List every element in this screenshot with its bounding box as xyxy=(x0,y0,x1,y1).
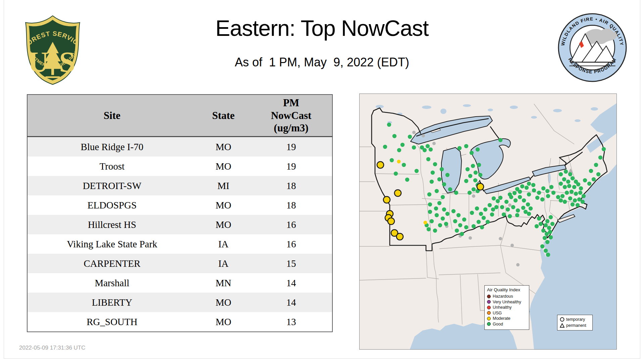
table-row: CARPENTERIA15 xyxy=(27,254,332,273)
aqi-legend-label: Very Unhealthy xyxy=(493,300,521,304)
good-marker xyxy=(428,210,432,214)
no-data-marker xyxy=(508,203,512,207)
good-marker xyxy=(511,205,515,209)
table-row: RG_SOUTHMO13 xyxy=(27,312,332,332)
col-header-site: Site xyxy=(27,95,197,137)
good-marker xyxy=(506,207,510,212)
good-marker xyxy=(508,214,512,218)
state-cell: MO xyxy=(197,293,250,312)
good-marker xyxy=(435,213,439,217)
good-marker xyxy=(550,222,554,226)
good-marker xyxy=(394,172,398,176)
temporary-row: temporary xyxy=(560,316,591,322)
table-row: DETROIT-SWMI18 xyxy=(27,176,332,195)
site-cell: Marshall xyxy=(27,273,197,293)
aqi-color-swatch xyxy=(487,322,491,326)
pm-value-cell: 14 xyxy=(250,273,332,293)
site-cell: Hillcrest HS xyxy=(27,215,197,234)
good-marker xyxy=(587,182,591,186)
no-data-marker xyxy=(412,131,416,134)
good-marker xyxy=(547,226,551,230)
no-data-marker xyxy=(499,237,502,240)
no-data-marker xyxy=(432,142,436,145)
good-marker xyxy=(402,163,406,167)
good-marker xyxy=(458,223,462,227)
wfaqrp-logo: WILDLAND FIRE • AIR QUALITY RESPONSE PRO… xyxy=(557,12,628,83)
good-marker xyxy=(428,202,432,206)
state-cell: IA xyxy=(197,234,250,254)
site-cell: CARPENTER xyxy=(27,254,197,273)
map-panel: Air Quality Index HazardousVery Unhealth… xyxy=(359,94,617,350)
state-cell: MO xyxy=(197,195,250,215)
pm-value-cell: 18 xyxy=(250,176,332,195)
good-marker xyxy=(440,167,444,171)
good-marker xyxy=(515,213,519,217)
good-marker xyxy=(488,203,492,207)
pm-value-cell: 16 xyxy=(250,234,332,254)
page-title: Eastern: Top NowCast xyxy=(0,16,644,41)
moderate-marker xyxy=(396,233,403,240)
good-marker xyxy=(583,178,587,182)
good-marker xyxy=(565,191,569,195)
no-data-marker xyxy=(472,194,475,198)
good-marker xyxy=(472,187,476,191)
aqi-color-swatch xyxy=(487,311,491,315)
good-marker xyxy=(570,190,574,194)
site-cell: DETROIT-SW xyxy=(27,176,197,195)
good-marker xyxy=(563,185,567,189)
good-marker xyxy=(567,184,571,188)
aqi-legend-item: Good xyxy=(487,321,527,327)
col-header-state: State xyxy=(197,95,250,137)
good-marker xyxy=(464,225,468,229)
state-cell: MO xyxy=(197,157,250,176)
generated-timestamp: 2022-05-09 17:31:36 UTC xyxy=(19,345,86,351)
state-cell: MI xyxy=(197,176,250,195)
good-marker xyxy=(549,185,553,189)
aqi-legend-item: USG xyxy=(487,310,527,316)
good-marker xyxy=(541,229,545,233)
good-marker xyxy=(574,180,578,184)
moderate-marker xyxy=(394,190,401,196)
good-marker xyxy=(405,178,409,182)
good-marker xyxy=(470,151,474,155)
good-marker xyxy=(539,222,543,226)
report-header: Eastern: Top NowCast As of 1 PM, May 9, … xyxy=(0,16,644,69)
good-marker xyxy=(427,192,431,196)
good-marker xyxy=(473,178,477,182)
good-marker xyxy=(480,225,484,229)
aqi-legend-item: Moderate xyxy=(487,316,527,321)
good-marker xyxy=(400,143,405,147)
moderate-marker xyxy=(388,218,394,225)
good-marker xyxy=(453,219,457,223)
no-data-marker xyxy=(511,244,514,247)
aqi-legend-label: Good xyxy=(493,322,503,326)
aqi-color-swatch xyxy=(487,306,491,309)
good-marker xyxy=(492,196,496,200)
good-marker xyxy=(437,177,441,181)
pm-value-cell: 19 xyxy=(250,157,332,176)
good-marker xyxy=(504,200,508,204)
good-marker xyxy=(483,207,487,212)
good-marker xyxy=(437,201,441,205)
good-marker xyxy=(494,205,498,209)
good-marker xyxy=(526,202,530,206)
good-marker xyxy=(444,222,448,226)
good-marker xyxy=(426,157,430,161)
site-cell: Troost xyxy=(27,157,197,176)
good-marker xyxy=(520,184,524,188)
no-data-marker xyxy=(516,263,520,266)
moderate-small-marker xyxy=(424,221,427,225)
state-cell: MO xyxy=(197,312,250,332)
good-marker xyxy=(462,218,466,222)
aqi-legend-label: Hazardous xyxy=(493,294,513,299)
good-marker xyxy=(559,182,563,186)
good-marker xyxy=(532,188,536,192)
good-marker xyxy=(464,179,468,183)
good-marker xyxy=(442,207,446,212)
good-marker xyxy=(581,200,585,204)
aqi-color-swatch xyxy=(487,317,491,320)
permanent-triangle-icon xyxy=(560,323,565,328)
site-cell: RG_SOUTH xyxy=(27,312,197,332)
good-marker xyxy=(537,217,541,221)
good-marker xyxy=(568,172,572,176)
